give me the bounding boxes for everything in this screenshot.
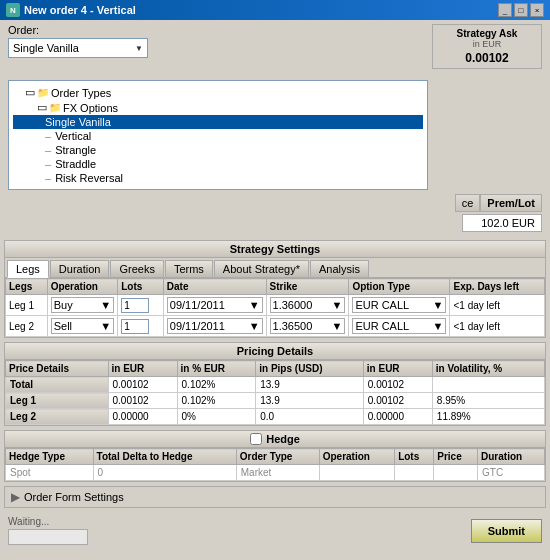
order-form-settings[interactable]: ▶ Order Form Settings (4, 486, 546, 508)
settings-arrow-icon: ▶ (11, 490, 20, 504)
total-vol (432, 377, 544, 393)
leg1p-pips: 13.9 (256, 393, 364, 409)
col-strike: Strike (266, 279, 349, 295)
leg1-date-dropdown[interactable]: 09/11/2011 ▼ (167, 297, 263, 313)
leg1-strike-dropdown[interactable]: 1.36000 ▼ (270, 297, 346, 313)
hedge-title: Hedge (266, 433, 300, 445)
order-dropdown-value: Single Vanilla (13, 42, 79, 54)
leg1-operation-dropdown[interactable]: Buy ▼ (51, 297, 115, 313)
leg2p-vol: 11.89% (432, 409, 544, 425)
ph-pips: in Pips (USD) (256, 361, 364, 377)
hedge-duration-val: GTC (478, 465, 545, 481)
hedge-delta-val: 0 (93, 465, 236, 481)
close-button[interactable]: × (530, 3, 544, 17)
leg1p-vol: 8.95% (432, 393, 544, 409)
tree-item-order-types[interactable]: ▭ 📁 Order Types (13, 85, 423, 100)
hh-type: Hedge Type (6, 449, 94, 465)
tree-item-straddle[interactable]: –Straddle (13, 157, 423, 171)
table-row: Leg 2 Sell ▼ 09/11/2011 ▼ (6, 316, 545, 337)
tree-item-vertical[interactable]: –Vertical (13, 129, 423, 143)
folder-icon: 📁 (37, 87, 49, 98)
pricing-details: Pricing Details Price Details in EUR in … (4, 342, 546, 426)
ph-eur2: in EUR (363, 361, 432, 377)
ph-vol: in Volatility, % (432, 361, 544, 377)
leg2p-pips: 0.0 (256, 409, 364, 425)
table-row: Total 0.00102 0.102% 13.9 0.00102 (6, 377, 545, 393)
leg2-exp-days: <1 day left (450, 316, 545, 337)
leg2-option-type-dropdown[interactable]: EUR CALL ▼ (352, 318, 446, 334)
strategy-ask-label: Strategy Ask (436, 28, 538, 39)
leg1-exp-days: <1 day left (450, 295, 545, 316)
leg1-label: Leg 1 (6, 295, 48, 316)
dd-arrow: ▼ (433, 299, 444, 311)
leg2p-label: Leg 2 (6, 409, 109, 425)
title-bar: N New order 4 - Vertical _ □ × (0, 0, 550, 20)
tab-analysis[interactable]: Analysis (310, 260, 369, 277)
total-pct: 0.102% (177, 377, 256, 393)
leg1-lots-input[interactable] (121, 298, 149, 313)
hedge-type-val: Spot (6, 465, 94, 481)
col-date: Date (163, 279, 266, 295)
ph-price-details: Price Details (6, 361, 109, 377)
prem-lot-header: Prem/Lot (480, 194, 542, 212)
col-exp-days: Exp. Days left (450, 279, 545, 295)
title-icon: N (6, 3, 20, 17)
prem-lot-value: 102.0 EUR (462, 214, 542, 232)
col-option-type: Option Type (349, 279, 450, 295)
order-dropdown[interactable]: Single Vanilla ▼ (8, 38, 148, 58)
submit-button[interactable]: Submit (471, 519, 542, 543)
tab-greeks[interactable]: Greeks (110, 260, 163, 277)
minimize-button[interactable]: _ (498, 3, 512, 17)
pricing-details-title: Pricing Details (5, 343, 545, 360)
hh-duration: Duration (478, 449, 545, 465)
pricing-table: Price Details in EUR in % EUR in Pips (U… (5, 360, 545, 425)
leg2-strike-dropdown[interactable]: 1.36500 ▼ (270, 318, 346, 334)
tab-about-strategy[interactable]: About Strategy* (214, 260, 309, 277)
hh-order-type: Order Type (236, 449, 319, 465)
hedge-order-type-val: Market (236, 465, 319, 481)
hedge-operation-val (319, 465, 394, 481)
tree-item-single-vanilla[interactable]: Single Vanilla (13, 115, 423, 129)
expand-icon-2: ▭ (37, 101, 47, 114)
total-pips: 13.9 (256, 377, 364, 393)
leg1p-eur1: 0.00102 (108, 393, 177, 409)
tab-duration[interactable]: Duration (50, 260, 110, 277)
total-eur1: 0.00102 (108, 377, 177, 393)
tab-terms[interactable]: Terms (165, 260, 213, 277)
tab-legs[interactable]: Legs (7, 260, 49, 278)
hedge-checkbox[interactable] (250, 433, 262, 445)
hh-lots: Lots (395, 449, 434, 465)
leg2p-eur2: 0.00000 (363, 409, 432, 425)
table-row: Leg 1 0.00102 0.102% 13.9 0.00102 8.95% (6, 393, 545, 409)
hedge-lots-val (395, 465, 434, 481)
dd-arrow: ▼ (100, 299, 111, 311)
hh-operation: Operation (319, 449, 394, 465)
maximize-button[interactable]: □ (514, 3, 528, 17)
leg1-option-type-dropdown[interactable]: EUR CALL ▼ (352, 297, 446, 313)
leg1p-label: Leg 1 (6, 393, 109, 409)
strategy-ask-panel: Strategy Ask in EUR 0.00102 (432, 24, 542, 69)
leg2p-eur1: 0.00000 (108, 409, 177, 425)
strategy-settings: Strategy Settings Legs Duration Greeks T… (4, 240, 546, 338)
leg2-lots-input[interactable] (121, 319, 149, 334)
dd-arrow: ▼ (249, 320, 260, 332)
hh-price: Price (434, 449, 478, 465)
leg2-lots[interactable] (118, 316, 164, 337)
leg2p-pct: 0% (177, 409, 256, 425)
dd-arrow: ▼ (249, 299, 260, 311)
leg2-date-dropdown[interactable]: 09/11/2011 ▼ (167, 318, 263, 334)
leg1-lots[interactable] (118, 295, 164, 316)
strategy-ask-currency: in EUR (436, 39, 538, 49)
tree-item-strangle[interactable]: –Strangle (13, 143, 423, 157)
waiting-input[interactable] (8, 529, 88, 545)
dd-arrow: ▼ (332, 299, 343, 311)
table-row: Leg 2 0.00000 0% 0.0 0.00000 11.89% (6, 409, 545, 425)
leg2-operation-dropdown[interactable]: Sell ▼ (51, 318, 115, 334)
hh-delta: Total Delta to Hedge (93, 449, 236, 465)
waiting-label: Waiting... (8, 516, 88, 527)
tree-item-risk-reversal[interactable]: –Risk Reversal (13, 171, 423, 185)
table-row: Leg 1 Buy ▼ 09/11/2011 ▼ (6, 295, 545, 316)
hedge-price-val (434, 465, 478, 481)
tree-item-fx-options[interactable]: ▭ 📁 FX Options (13, 100, 423, 115)
legs-table: Legs Operation Lots Date Strike Option T… (5, 278, 545, 337)
